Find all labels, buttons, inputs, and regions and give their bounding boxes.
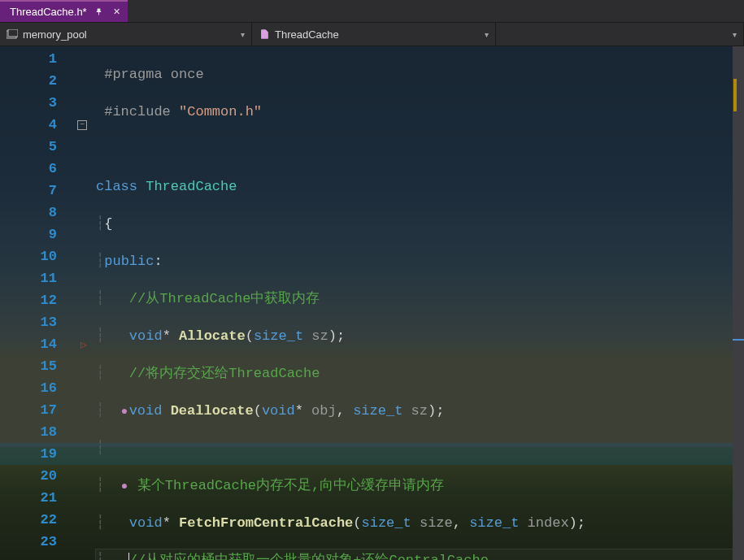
member-dropdown[interactable]: ▾ <box>496 23 744 46</box>
line-number: 4 <box>0 114 72 136</box>
namespace-icon <box>7 28 18 40</box>
line-number: 18 <box>0 421 72 443</box>
line-number: 12 <box>0 289 72 311</box>
line-number: 16 <box>0 377 72 399</box>
navigation-bar: memory_pool ▾ ThreadCache ▾ ▾ <box>0 23 744 46</box>
code-content[interactable]: #pragma once #include "Common.h" class T… <box>96 46 744 560</box>
line-number: 6 <box>0 158 72 180</box>
vertical-scrollbar[interactable] <box>733 46 744 560</box>
line-number: 20 <box>0 465 72 487</box>
close-icon[interactable]: ✕ <box>111 7 123 18</box>
line-number: 19 <box>0 443 72 465</box>
line-number: 13 <box>0 311 72 333</box>
scope-label: memory_pool <box>23 28 87 41</box>
line-number: 21 <box>0 487 72 509</box>
line-number: 22 <box>0 509 72 531</box>
line-number: 9 <box>0 224 72 245</box>
scrollbar-caret-marker <box>733 339 744 341</box>
line-number: 8 <box>0 202 72 224</box>
chevron-down-icon: ▾ <box>241 30 245 39</box>
code-editor[interactable]: 1 2 3 4 5 6 7 8 9 10 11 12 13 14 15 16 1… <box>0 46 744 560</box>
tab-title: ThreadCache.h* <box>10 6 87 18</box>
line-number: 10 <box>0 245 72 267</box>
line-number-gutter: 1 2 3 4 5 6 7 8 9 10 11 12 13 14 15 16 1… <box>0 46 72 560</box>
class-icon <box>259 28 270 40</box>
line-number: 2 <box>0 70 72 92</box>
smart-tag-icon[interactable]: ● <box>121 475 129 497</box>
scope-dropdown[interactable]: memory_pool ▾ <box>0 23 252 46</box>
line-number: 11 <box>0 267 72 289</box>
line-number: 5 <box>0 136 72 158</box>
svg-rect-1 <box>8 29 18 37</box>
collapse-icon[interactable]: − <box>77 120 87 130</box>
tab-bar: ThreadCache.h* ✕ <box>0 0 744 23</box>
scrollbar-change-marker <box>733 79 737 111</box>
class-dropdown[interactable]: ThreadCache ▾ <box>252 23 496 46</box>
smart-tag-icon[interactable]: ● <box>121 401 129 423</box>
line-number: 3 <box>0 92 72 114</box>
line-number: 15 <box>0 355 72 377</box>
line-number: 17 <box>0 399 72 421</box>
line-number: 1 <box>0 48 72 70</box>
class-label: ThreadCache <box>275 28 339 41</box>
line-number: 14 <box>0 333 72 355</box>
line-number: 7 <box>0 180 72 202</box>
breakpoint-outline-icon[interactable]: ▷ <box>80 338 87 351</box>
chevron-down-icon: ▾ <box>733 30 737 39</box>
chevron-down-icon: ▾ <box>485 30 489 39</box>
breakpoint-margin[interactable]: − ▷ <box>72 46 96 560</box>
line-number: 23 <box>0 531 72 553</box>
file-tab[interactable]: ThreadCache.h* ✕ <box>0 0 128 22</box>
pin-icon[interactable] <box>94 7 105 18</box>
